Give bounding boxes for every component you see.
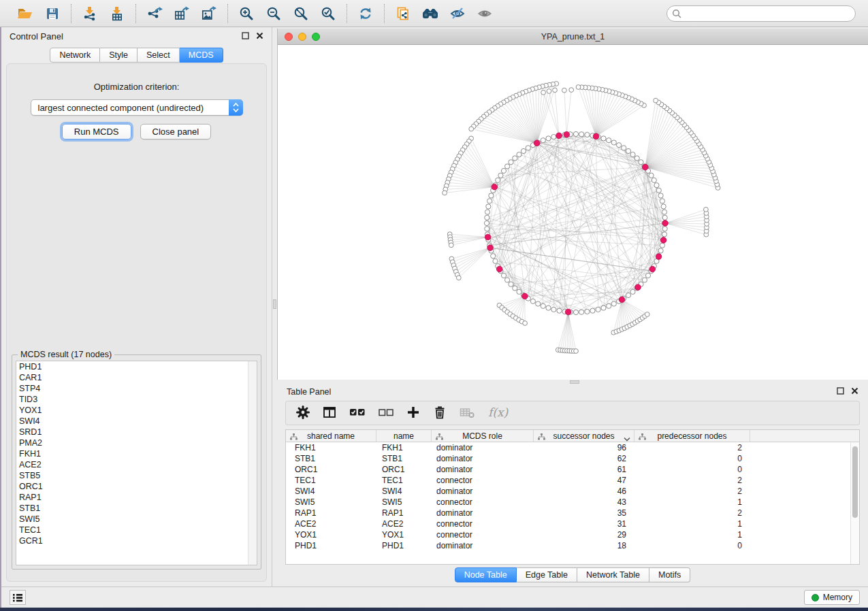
horizontal-splitter[interactable] bbox=[277, 380, 868, 384]
mcds-result-item[interactable]: SRD1 bbox=[16, 427, 257, 437]
tab-node-table[interactable]: Node Table bbox=[455, 567, 517, 582]
table-cell: RAP1 bbox=[376, 508, 432, 518]
close-table-panel-icon[interactable] bbox=[851, 387, 858, 397]
table-row[interactable]: PHD1PHD1dominator180 bbox=[286, 540, 850, 551]
tab-mcds[interactable]: MCDS bbox=[180, 48, 223, 63]
tab-select[interactable]: Select bbox=[138, 48, 180, 63]
mcds-result-item[interactable]: CAR1 bbox=[16, 372, 257, 383]
delete-column-button[interactable] bbox=[432, 405, 447, 422]
table-row[interactable]: STB1STB1dominator620 bbox=[286, 453, 850, 464]
open-session-button[interactable] bbox=[13, 3, 37, 24]
run-mcds-button[interactable]: Run MCDS bbox=[62, 124, 131, 139]
criterion-dropdown[interactable]: largest connected component (undirected) bbox=[31, 99, 243, 116]
mcds-result-item[interactable]: STP4 bbox=[16, 383, 257, 394]
zoom-selected-icon bbox=[321, 6, 336, 21]
mcds-result-item[interactable]: TID3 bbox=[16, 394, 257, 405]
table-cell: 18 bbox=[534, 540, 634, 551]
export-table-button[interactable] bbox=[170, 3, 194, 24]
unselect-all-button[interactable] bbox=[378, 405, 394, 422]
table-row[interactable]: SWI5SWI5connector431 bbox=[286, 497, 850, 508]
column-label: successor nodes bbox=[553, 431, 614, 441]
table-row[interactable]: TEC1TEC1connector472 bbox=[286, 475, 850, 486]
tab-network[interactable]: Network bbox=[50, 48, 100, 63]
column-header-filler bbox=[750, 430, 859, 442]
column-header-shared-name[interactable]: shared name bbox=[286, 430, 376, 442]
apply-layout-button[interactable] bbox=[353, 3, 378, 24]
memory-button[interactable]: Memory bbox=[804, 590, 860, 605]
table-cell: 96 bbox=[534, 442, 634, 453]
column-header-MCDS-role[interactable]: MCDS role bbox=[432, 430, 534, 442]
save-session-button[interactable] bbox=[40, 3, 65, 24]
select-all-icon bbox=[349, 405, 366, 422]
network-canvas[interactable] bbox=[278, 45, 868, 380]
table-row[interactable]: RAP1RAP1dominator352 bbox=[286, 508, 850, 518]
zoom-out-button[interactable] bbox=[261, 3, 286, 24]
desktop-wallpaper-left bbox=[0, 27, 1, 608]
mcds-result-item[interactable]: RAP1 bbox=[16, 492, 257, 503]
zoom-fit-button[interactable] bbox=[289, 3, 313, 24]
mcds-result-item[interactable]: SWI5 bbox=[16, 514, 257, 525]
table-cell: dominator bbox=[432, 464, 534, 475]
table-row[interactable]: ORC1ORC1dominator610 bbox=[286, 464, 850, 475]
mcds-result-item[interactable]: ORC1 bbox=[16, 481, 257, 492]
find-button[interactable] bbox=[418, 3, 443, 24]
table-row[interactable]: FKH1FKH1dominator962 bbox=[286, 442, 850, 453]
float-panel-icon[interactable] bbox=[242, 32, 249, 42]
network-graph[interactable] bbox=[278, 45, 868, 380]
column-header-predecessor-nodes[interactable]: predecessor nodes bbox=[634, 430, 750, 442]
table-scrollbar-thumb[interactable] bbox=[852, 446, 858, 518]
export-image-button[interactable] bbox=[197, 3, 221, 24]
mcds-result-item[interactable]: GCR1 bbox=[16, 535, 257, 546]
mcds-result-item[interactable]: FKH1 bbox=[16, 448, 257, 459]
zoom-in-button[interactable] bbox=[234, 3, 259, 24]
show-all-button[interactable] bbox=[472, 3, 497, 24]
tab-style[interactable]: Style bbox=[100, 48, 138, 63]
column-header-name[interactable]: name bbox=[376, 430, 432, 442]
column-header-successor-nodes[interactable]: successor nodes bbox=[534, 430, 634, 442]
import-network-button[interactable] bbox=[78, 3, 102, 24]
mcds-result-item[interactable]: TEC1 bbox=[16, 525, 257, 535]
mcds-result-item[interactable]: ACE2 bbox=[16, 459, 257, 470]
close-panel-icon[interactable] bbox=[256, 32, 263, 42]
search-input[interactable] bbox=[666, 5, 856, 22]
table-row[interactable]: YOX1YOX1connector291 bbox=[286, 529, 850, 540]
mcds-result-item[interactable]: PHD1 bbox=[16, 361, 257, 372]
mcds-result-list[interactable]: PHD1CAR1STP4TID3YOX1SWI4SRD1PMA2FKH1ACE2… bbox=[16, 361, 257, 565]
network-window-titlebar[interactable]: YPA_prune.txt_1 bbox=[278, 29, 868, 45]
table-row[interactable]: ACE2ACE2connector311 bbox=[286, 518, 850, 529]
table-row[interactable]: SWI4SWI4dominator462 bbox=[286, 486, 850, 497]
tab-network-table[interactable]: Network Table bbox=[577, 567, 649, 582]
dropdown-stepper-icon bbox=[229, 99, 243, 116]
mcds-result-item[interactable]: PMA2 bbox=[16, 437, 257, 448]
table-cell: FKH1 bbox=[376, 442, 432, 453]
table-cell: 2 bbox=[634, 475, 750, 486]
table-cell: 2 bbox=[634, 508, 750, 518]
tab-edge-table[interactable]: Edge Table bbox=[517, 567, 577, 582]
network-view-window: YPA_prune.txt_1 bbox=[277, 29, 868, 380]
mcds-result-item[interactable]: SWI4 bbox=[16, 416, 257, 427]
float-table-panel-icon[interactable] bbox=[837, 387, 844, 397]
vertical-splitter-handle[interactable] bbox=[273, 299, 276, 309]
clone-network-button[interactable] bbox=[391, 3, 415, 24]
mcds-result-item[interactable]: YOX1 bbox=[16, 405, 257, 416]
export-network-button[interactable] bbox=[142, 3, 167, 24]
close-panel-button[interactable]: Close panel bbox=[140, 124, 212, 139]
add-column-button[interactable] bbox=[406, 405, 421, 422]
import-table-button[interactable] bbox=[105, 3, 129, 24]
tab-motifs[interactable]: Motifs bbox=[649, 567, 690, 582]
zoom-selected-button[interactable] bbox=[316, 3, 340, 24]
mcds-list-scrollbar[interactable] bbox=[248, 361, 257, 565]
zoom-in-icon bbox=[239, 6, 254, 21]
table-cell: dominator bbox=[432, 453, 534, 464]
select-all-button[interactable] bbox=[349, 405, 366, 422]
table-cell: ORC1 bbox=[286, 464, 376, 475]
gear-button[interactable] bbox=[295, 405, 310, 422]
columns-button[interactable] bbox=[322, 405, 337, 422]
table-scrollbar[interactable] bbox=[850, 442, 859, 564]
mcds-result-item[interactable]: STB5 bbox=[16, 470, 257, 481]
horizontal-splitter-handle[interactable] bbox=[570, 380, 579, 384]
vertical-splitter[interactable] bbox=[272, 27, 277, 587]
task-history-button[interactable] bbox=[10, 590, 26, 605]
mcds-result-item[interactable]: STB1 bbox=[16, 503, 257, 514]
hide-selected-button[interactable] bbox=[445, 3, 470, 24]
